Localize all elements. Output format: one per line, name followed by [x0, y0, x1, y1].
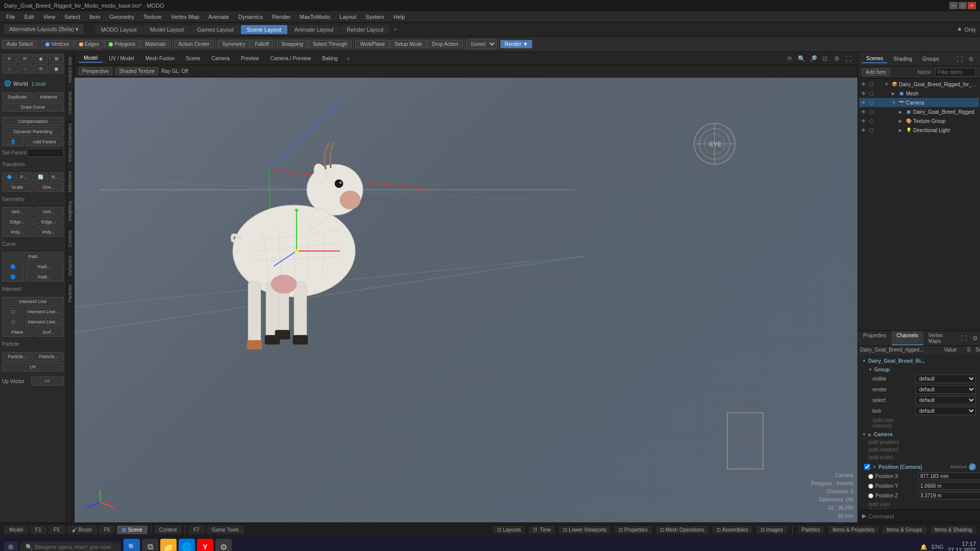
- taskbar-app-explorer[interactable]: 📁: [160, 539, 177, 551]
- materials-button[interactable]: Materials: [140, 40, 170, 48]
- layouts-button[interactable]: ⊡ Layouts: [493, 526, 525, 534]
- poly1-btn[interactable]: Poly...: [2, 228, 33, 237]
- select-through-button[interactable]: Select Through: [308, 40, 352, 48]
- texture-arrow[interactable]: ▶: [899, 119, 904, 123]
- scene-tab-shading[interactable]: Shading: [889, 55, 916, 63]
- prop-section-dairy-goat[interactable]: ▼ Dairy_Goat_Breed_Ri...: [860, 356, 978, 365]
- plane-btn[interactable]: Plane: [2, 328, 33, 337]
- intersect-icon2[interactable]: ⬡: [2, 317, 24, 327]
- icon-btn-7[interactable]: ⟲: [34, 64, 48, 73]
- rot-label[interactable]: Rota...: [49, 172, 64, 182]
- props-expand-icon[interactable]: ⛶: [959, 333, 969, 343]
- vp-tab-preview[interactable]: Preview: [236, 55, 264, 62]
- drop-action-button[interactable]: Drop Action: [427, 40, 463, 48]
- lower-viewports-button[interactable]: ⊡ Lower Viewports: [559, 526, 610, 534]
- vp-icon-maximize[interactable]: ⛶: [843, 54, 853, 64]
- tab-animate-layout[interactable]: Animate Layout: [288, 25, 339, 34]
- dairy-render-icon[interactable]: ⬡: [869, 109, 876, 115]
- render-dropdown[interactable]: default: [915, 385, 976, 394]
- position-camera-check[interactable]: [864, 464, 870, 470]
- items-groups-button[interactable]: Items & Groups: [883, 526, 926, 534]
- add-parent-btn-icon[interactable]: 👤: [2, 137, 24, 146]
- draw-curve-button[interactable]: Draw Curve: [2, 103, 64, 112]
- vp-tab-camera-preview[interactable]: Camera / Preview: [265, 55, 315, 62]
- props-tab-vertex-maps[interactable]: Vertex Maps: [923, 331, 959, 345]
- pos-label[interactable]: Pos...: [18, 172, 33, 182]
- icon-btn-2[interactable]: ⟳: [18, 54, 33, 63]
- light-visibility-icon[interactable]: 👁: [861, 128, 868, 133]
- props-tab-properties[interactable]: Properties: [858, 331, 892, 345]
- menu-system[interactable]: System: [361, 13, 388, 21]
- icon-btn-1[interactable]: ✛: [2, 54, 17, 63]
- edges-button[interactable]: Edges: [75, 40, 104, 48]
- texture-render-icon[interactable]: ⬡: [869, 118, 876, 124]
- scene-settings-icon[interactable]: ⚙: [966, 54, 976, 64]
- path-button[interactable]: Path: [2, 252, 64, 261]
- poly2-btn[interactable]: Poly...: [34, 228, 64, 237]
- add-item-button[interactable]: Add Item: [862, 68, 890, 76]
- minimize-button[interactable]: ─: [949, 2, 958, 9]
- bottom-tab-context[interactable]: Context: [154, 525, 182, 534]
- menu-select[interactable]: Select: [60, 13, 84, 21]
- vp-tab-baking[interactable]: Baking: [317, 55, 343, 62]
- menu-render[interactable]: Render: [268, 13, 295, 21]
- prop-section-position-camera[interactable]: ▼ Position (Camera) Matrix4 🔗: [860, 461, 978, 471]
- mesh-operations-button[interactable]: ⊡ Mesh Operations: [656, 526, 708, 534]
- menu-view[interactable]: View: [39, 13, 60, 21]
- up-vector-arrow[interactable]: >>: [31, 377, 64, 386]
- vp-icon-refresh[interactable]: ⟳: [785, 54, 795, 64]
- start-button[interactable]: ⊞: [4, 541, 17, 551]
- menu-edit[interactable]: Edit: [20, 13, 38, 21]
- root-render-icon[interactable]: ⬡: [869, 82, 876, 87]
- root-arrow[interactable]: ▼: [885, 82, 890, 87]
- icon-btn-4[interactable]: ⊠: [49, 54, 64, 63]
- side-tab-controls[interactable]: Controls: [66, 226, 74, 252]
- dir-button[interactable]: Dire...: [34, 183, 64, 192]
- bottom-tab-f5[interactable]: F5: [48, 525, 65, 534]
- lock-dropdown[interactable]: default: [915, 407, 976, 415]
- pos-z-input[interactable]: [918, 492, 980, 499]
- filter-items-input[interactable]: [935, 68, 976, 77]
- tree-camera[interactable]: 👁 ⬡ ▼ 📷 Camera: [859, 98, 979, 107]
- tree-mesh[interactable]: 👁 ⬡ ▶ ▣ Mesh: [859, 89, 979, 98]
- snapping-button[interactable]: Snapping: [277, 40, 307, 48]
- root-visibility-icon[interactable]: 👁: [861, 82, 868, 87]
- tab-games-layout[interactable]: Games Layout: [191, 25, 240, 34]
- auto-select-button[interactable]: Auto Select: [2, 40, 37, 48]
- palettes-button[interactable]: Palettes: [798, 526, 824, 534]
- side-tab-deformers[interactable]: Deformers: [66, 166, 74, 196]
- icon-btn-8[interactable]: ▣: [49, 64, 64, 73]
- render-button[interactable]: Render ▼: [500, 40, 533, 48]
- rot-icon[interactable]: 🔄: [34, 172, 48, 182]
- menu-help[interactable]: Help: [389, 13, 409, 21]
- scale-button[interactable]: Scale: [2, 183, 33, 192]
- menu-dynamics[interactable]: Dynamics: [234, 13, 267, 21]
- dairy-arrow[interactable]: ▶: [899, 110, 904, 114]
- props-settings-icon[interactable]: ⚙: [970, 333, 980, 343]
- bottom-tab-brush[interactable]: 🖌Brush: [67, 525, 97, 534]
- particle1-btn[interactable]: Particle...: [2, 352, 33, 361]
- path2-btn[interactable]: 🔵: [2, 262, 24, 271]
- tree-dairy-goat[interactable]: 👁 ⬡ ▶ ▣ Dairy_Goat_Breed_Rigged: [859, 107, 979, 116]
- dairy-visibility-icon[interactable]: 👁: [861, 109, 868, 115]
- path3-label-btn[interactable]: Path...: [25, 272, 64, 282]
- scene-expand-icon[interactable]: ⛶: [954, 54, 965, 64]
- add-layout-tab[interactable]: +: [390, 25, 400, 34]
- taskbar-app-unknown[interactable]: ⚙: [215, 539, 232, 551]
- menu-animate[interactable]: Animate: [204, 13, 233, 21]
- menu-geometry[interactable]: Geometry: [105, 13, 138, 21]
- pos-cam-link-icon[interactable]: 🔗: [969, 463, 976, 470]
- edge2-btn[interactable]: Edge...: [34, 217, 64, 227]
- symmetry-button[interactable]: Symmetry: [217, 40, 250, 48]
- action-dropdown[interactable]: (none): [467, 39, 497, 49]
- vp-tab-mesh-fusion[interactable]: Mesh Fusion: [140, 55, 180, 62]
- prop-section-camera[interactable]: ▼ e Camera: [860, 430, 978, 438]
- intersect-line-button[interactable]: Intersect Line: [2, 297, 64, 306]
- instance-button[interactable]: Instance: [34, 92, 64, 102]
- properties-button[interactable]: ⊡ Properties: [615, 526, 652, 534]
- bottom-tab-game-tools[interactable]: Game Tools: [207, 525, 244, 534]
- bottom-tab-scene[interactable]: Scene: [117, 525, 147, 534]
- tree-texture-group[interactable]: 👁 ⬡ ▶ 🎨 Texture Group: [859, 116, 979, 126]
- mesh-render-icon[interactable]: ⬡: [869, 91, 876, 96]
- vp-icon-zoom-out[interactable]: 🔎: [808, 54, 818, 64]
